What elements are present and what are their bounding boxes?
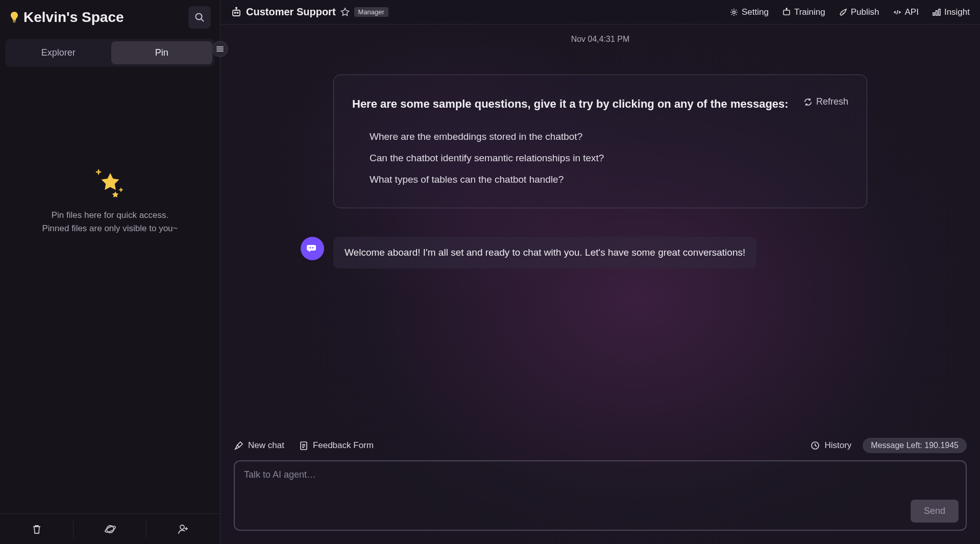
sample-question-2[interactable]: What types of tables can the chatbot han… <box>352 169 848 190</box>
api-icon <box>893 8 902 17</box>
nav-insight[interactable]: Insight <box>932 7 970 17</box>
svg-rect-16 <box>783 10 790 15</box>
bot-name-text: Customer Support <box>246 6 336 18</box>
chat-timestamp: Nov 04,4:31 PM <box>220 35 980 44</box>
bot-avatar <box>301 237 324 260</box>
nav-training-label: Training <box>794 7 825 17</box>
refresh-icon <box>803 97 813 107</box>
new-chat-label: New chat <box>248 440 284 451</box>
chat-area: Nov 04,4:31 PM Here are some sample ques… <box>220 24 980 432</box>
svg-point-23 <box>312 247 314 249</box>
star-illustration-icon <box>87 164 133 200</box>
tab-pin[interactable]: Pin <box>111 41 213 64</box>
collapse-icon <box>216 45 224 53</box>
svg-point-14 <box>236 7 237 8</box>
broom-icon <box>234 440 244 451</box>
sample-question-1[interactable]: Can the chatbot identify semantic relati… <box>352 147 848 169</box>
svg-point-2 <box>196 14 202 20</box>
svg-point-5 <box>104 525 116 533</box>
collapse-sidebar-button[interactable] <box>212 41 228 57</box>
empty-pin-state: Pin files here for quick access. Pinned … <box>0 164 220 236</box>
controls-right: History Message Left: 190.1945 <box>810 438 967 453</box>
svg-rect-10 <box>233 10 240 16</box>
clipboard-icon <box>299 440 309 451</box>
nav-setting-label: Setting <box>742 7 769 17</box>
header-nav: Setting Training Publish API Insight <box>729 7 970 17</box>
nav-api-label: API <box>905 7 919 17</box>
gear-icon <box>729 8 739 17</box>
feedback-form-label: Feedback Form <box>313 440 374 451</box>
sidebar: Kelvin's Space Explorer Pin Pin files he… <box>0 0 220 544</box>
workspace-title-text: Kelvin's Space <box>23 9 124 26</box>
svg-rect-19 <box>933 13 935 15</box>
search-icon <box>194 12 205 22</box>
trash-button[interactable] <box>0 514 74 544</box>
chat-controls: New chat Feedback Form History Message L… <box>220 432 980 453</box>
training-icon <box>782 8 791 17</box>
feedback-form-button[interactable]: Feedback Form <box>299 440 374 451</box>
sidebar-tabs: Explorer Pin <box>5 39 215 67</box>
workspace-title[interactable]: Kelvin's Space <box>9 9 124 26</box>
chat-input[interactable] <box>244 469 957 522</box>
svg-point-22 <box>310 247 311 249</box>
sidebar-footer <box>0 513 220 544</box>
nav-publish-label: Publish <box>851 7 879 17</box>
sample-card-header: Here are some sample questions, give it … <box>352 96 848 112</box>
sample-questions-card: Here are some sample questions, give it … <box>333 75 867 208</box>
star-outline-icon[interactable] <box>340 7 350 17</box>
add-user-button[interactable] <box>146 514 220 544</box>
sample-heading: Here are some sample questions, give it … <box>352 96 793 112</box>
publish-icon <box>839 8 848 17</box>
message-left-pill: Message Left: 190.1945 <box>863 438 967 453</box>
history-icon <box>810 440 820 451</box>
svg-rect-1 <box>13 22 16 23</box>
nav-insight-label: Insight <box>944 7 970 17</box>
refresh-button[interactable]: Refresh <box>803 96 848 107</box>
svg-point-6 <box>180 525 184 529</box>
nav-api[interactable]: API <box>893 7 919 17</box>
bot-title: Customer Support Manager <box>231 6 388 18</box>
svg-point-15 <box>733 11 736 13</box>
bot-icon <box>231 7 242 18</box>
svg-line-3 <box>201 19 204 21</box>
send-button[interactable]: Send <box>911 500 959 523</box>
svg-point-11 <box>234 12 235 13</box>
svg-rect-20 <box>936 11 937 15</box>
history-label: History <box>824 440 851 451</box>
sidebar-header: Kelvin's Space <box>0 0 220 34</box>
explore-button[interactable] <box>74 514 147 544</box>
nav-publish[interactable]: Publish <box>839 7 879 17</box>
search-button[interactable] <box>188 6 211 29</box>
svg-point-12 <box>237 12 238 13</box>
svg-rect-21 <box>939 9 940 15</box>
empty-pin-line1: Pin files here for quick access. <box>52 210 169 220</box>
nav-training[interactable]: Training <box>782 7 825 17</box>
message-row: Welcome aboard! I'm all set and ready to… <box>333 237 867 269</box>
refresh-label: Refresh <box>816 96 848 107</box>
empty-pin-line2: Pinned files are only visible to you~ <box>42 224 178 233</box>
bulb-icon <box>9 11 19 23</box>
empty-pin-text: Pin files here for quick access. Pinned … <box>42 209 178 236</box>
tab-explorer[interactable]: Explorer <box>8 41 109 64</box>
nav-setting[interactable]: Setting <box>729 7 769 17</box>
role-badge: Manager <box>354 7 388 17</box>
planet-icon <box>104 523 116 535</box>
insight-icon <box>932 8 941 17</box>
input-area: Send <box>220 453 980 544</box>
bot-avatar-icon <box>306 242 319 255</box>
trash-icon <box>31 524 42 535</box>
svg-rect-0 <box>13 20 16 21</box>
history-button[interactable]: History <box>810 440 851 451</box>
sample-question-0[interactable]: Where are the embeddings stored in the c… <box>352 126 848 147</box>
welcome-message: Welcome aboard! I'm all set and ready to… <box>333 237 756 269</box>
main-header: Customer Support Manager Setting Trainin… <box>220 0 980 24</box>
svg-point-18 <box>786 8 787 9</box>
new-chat-button[interactable]: New chat <box>234 440 284 451</box>
add-user-icon <box>177 523 189 535</box>
main-panel: Customer Support Manager Setting Trainin… <box>220 0 980 544</box>
chat-input-box[interactable]: Send <box>234 460 967 531</box>
